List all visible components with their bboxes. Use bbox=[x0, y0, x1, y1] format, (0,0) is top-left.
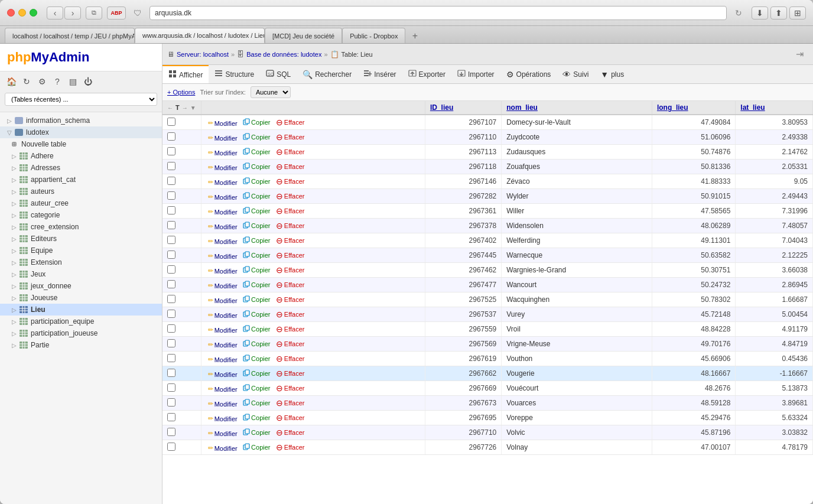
forward-button[interactable]: › bbox=[64, 6, 81, 19]
logout-icon[interactable]: ⏻ bbox=[82, 75, 95, 88]
row-checkbox[interactable] bbox=[167, 177, 175, 185]
toolbar-exporter-button[interactable]: Exporter bbox=[402, 66, 451, 83]
row-checkbox[interactable] bbox=[167, 339, 175, 347]
share-button[interactable]: ⬆ bbox=[770, 6, 787, 19]
copy-button[interactable]: Copier bbox=[241, 206, 272, 216]
row-checkbox[interactable] bbox=[167, 265, 175, 274]
sidebar-item-cree-extension[interactable]: ▷ cree_extension bbox=[0, 221, 162, 233]
copy-button[interactable]: Copier bbox=[241, 191, 272, 201]
delete-button[interactable]: ⊖ Effacer bbox=[274, 339, 307, 349]
copy-button[interactable]: Copier bbox=[241, 428, 272, 437]
edit-button[interactable]: ✏ Modifier bbox=[206, 193, 239, 201]
select-toggle-icon[interactable]: T bbox=[175, 104, 180, 111]
delete-button[interactable]: ⊖ Effacer bbox=[274, 279, 307, 290]
toolbar-importer-button[interactable]: Importer bbox=[451, 66, 500, 83]
sidebar-item-information-schema[interactable]: ▷ information_schema bbox=[0, 115, 162, 126]
copy-button[interactable]: Copier bbox=[241, 324, 272, 334]
nom-lieu-header[interactable]: nom_lieu bbox=[502, 101, 652, 115]
maximize-button[interactable] bbox=[30, 9, 37, 17]
tab-3[interactable]: [MCD] Jeu de société bbox=[265, 28, 342, 43]
sidebar-item-auteurs[interactable]: ▷ auteurs bbox=[0, 186, 162, 197]
copy-button[interactable]: Copier bbox=[241, 265, 272, 275]
edit-button[interactable]: ✏ Modifier bbox=[206, 311, 239, 320]
copy-button[interactable]: Copier bbox=[241, 280, 272, 290]
row-checkbox[interactable] bbox=[167, 162, 175, 170]
row-checkbox[interactable] bbox=[167, 443, 175, 451]
delete-button[interactable]: ⊖ Effacer bbox=[274, 383, 307, 394]
sidebar-item-ludotex[interactable]: ▽ ludotex bbox=[0, 126, 162, 138]
breadcrumb-server[interactable]: Serveur: localhost bbox=[177, 51, 229, 58]
sidebar-item-adhere[interactable]: ▷ Adhere bbox=[0, 150, 162, 162]
close-button[interactable] bbox=[7, 9, 15, 17]
edit-button[interactable]: ✏ Modifier bbox=[206, 296, 239, 305]
long-lieu-header[interactable]: long_lieu bbox=[652, 101, 735, 115]
delete-button[interactable]: ⊖ Effacer bbox=[274, 117, 307, 128]
collapse-sidebar-icon[interactable]: ⇥ bbox=[791, 46, 808, 62]
edit-button[interactable]: ✏ Modifier bbox=[206, 148, 239, 157]
toolbar-inserer-button[interactable]: Insérer bbox=[357, 66, 402, 83]
delete-button[interactable]: ⊖ Effacer bbox=[274, 220, 307, 231]
edit-button[interactable]: ✏ Modifier bbox=[206, 399, 239, 408]
tables-recent-select[interactable]: (Tables récentes) ... bbox=[5, 93, 157, 106]
sidebar-item-adresses[interactable]: ▷ Adresses bbox=[0, 162, 162, 174]
edit-button[interactable]: ✏ Modifier bbox=[206, 414, 239, 423]
copy-button[interactable]: Copier bbox=[241, 162, 272, 171]
row-checkbox[interactable] bbox=[167, 236, 175, 244]
tab-1[interactable]: localhost / localhost / temp / JEU / php… bbox=[5, 28, 135, 43]
copy-button[interactable]: Copier bbox=[241, 413, 272, 422]
extensions-button[interactable]: ⊞ bbox=[789, 6, 806, 19]
row-checkbox[interactable] bbox=[167, 398, 175, 407]
minimize-button[interactable] bbox=[18, 9, 26, 17]
copy-button[interactable]: Copier bbox=[241, 310, 272, 319]
row-checkbox[interactable] bbox=[167, 310, 175, 318]
delete-button[interactable]: ⊖ Effacer bbox=[274, 191, 307, 201]
sidebar-item-lieu[interactable]: ▷ Lieu bbox=[0, 304, 162, 316]
sidebar-item-partie[interactable]: ▷ Partie bbox=[0, 339, 162, 351]
address-bar[interactable]: arquusia.dk bbox=[149, 6, 727, 20]
row-checkbox[interactable] bbox=[167, 295, 175, 303]
settings-icon[interactable]: ⚙ bbox=[35, 75, 48, 88]
delete-button[interactable]: ⊖ Effacer bbox=[274, 368, 307, 379]
row-checkbox[interactable] bbox=[167, 118, 175, 126]
console-icon[interactable]: ▤ bbox=[66, 75, 79, 88]
edit-button[interactable]: ✏ Modifier bbox=[206, 207, 239, 216]
row-checkbox[interactable] bbox=[167, 428, 175, 436]
row-checkbox[interactable] bbox=[167, 354, 175, 362]
sidebar-item-editeurs[interactable]: ▷ Editeurs bbox=[0, 233, 162, 245]
copy-button[interactable]: Copier bbox=[241, 221, 272, 230]
edit-button[interactable]: ✏ Modifier bbox=[206, 355, 239, 364]
row-checkbox[interactable] bbox=[167, 251, 175, 259]
sidebar-item-participation-equipe[interactable]: ▷ participation_equipe bbox=[0, 316, 162, 327]
copy-button[interactable]: Copier bbox=[241, 339, 272, 349]
toolbar-afficher-button[interactable]: Afficher bbox=[162, 65, 209, 83]
delete-button[interactable]: ⊖ Effacer bbox=[274, 309, 307, 320]
row-checkbox[interactable] bbox=[167, 206, 175, 214]
row-checkbox[interactable] bbox=[167, 221, 175, 229]
tab-2[interactable]: www.arquusia.dk / localhost / ludotex / … bbox=[135, 28, 265, 43]
shield-icon[interactable]: 🛡 bbox=[129, 6, 146, 19]
delete-button[interactable]: ⊖ Effacer bbox=[274, 324, 307, 334]
delete-button[interactable]: ⊖ Effacer bbox=[274, 132, 307, 142]
new-tab-button[interactable]: + bbox=[408, 29, 422, 43]
edit-button[interactable]: ✏ Modifier bbox=[206, 340, 239, 349]
row-checkbox[interactable] bbox=[167, 324, 175, 333]
edit-button[interactable]: ✏ Modifier bbox=[206, 326, 239, 334]
row-checkbox[interactable] bbox=[167, 413, 175, 421]
delete-button[interactable]: ⊖ Effacer bbox=[274, 265, 307, 275]
toolbar-structure-button[interactable]: Structure bbox=[209, 66, 260, 83]
download-button[interactable]: ⬇ bbox=[752, 6, 768, 19]
copy-button[interactable]: Copier bbox=[241, 236, 272, 245]
toolbar-suivi-button[interactable]: 👁 Suivi bbox=[557, 66, 594, 83]
sidebar-item-appartient-cat[interactable]: ▷ appartient_cat bbox=[0, 174, 162, 186]
breadcrumb-database[interactable]: Base de données: ludotex bbox=[246, 51, 321, 58]
copy-button[interactable]: Copier bbox=[241, 177, 272, 186]
sort-index-select[interactable]: Aucune bbox=[251, 86, 291, 98]
copy-button[interactable]: Copier bbox=[241, 398, 272, 408]
sort-dropdown-icon[interactable]: ▼ bbox=[190, 105, 196, 111]
row-checkbox[interactable] bbox=[167, 369, 175, 377]
home-icon[interactable]: 🏠 bbox=[5, 75, 18, 88]
edit-button[interactable]: ✏ Modifier bbox=[206, 252, 239, 261]
sidebar-item-joueuse[interactable]: ▷ Joueuse bbox=[0, 292, 162, 304]
delete-button[interactable]: ⊖ Effacer bbox=[274, 235, 307, 246]
sidebar-item-extension[interactable]: ▷ Extension bbox=[0, 256, 162, 268]
